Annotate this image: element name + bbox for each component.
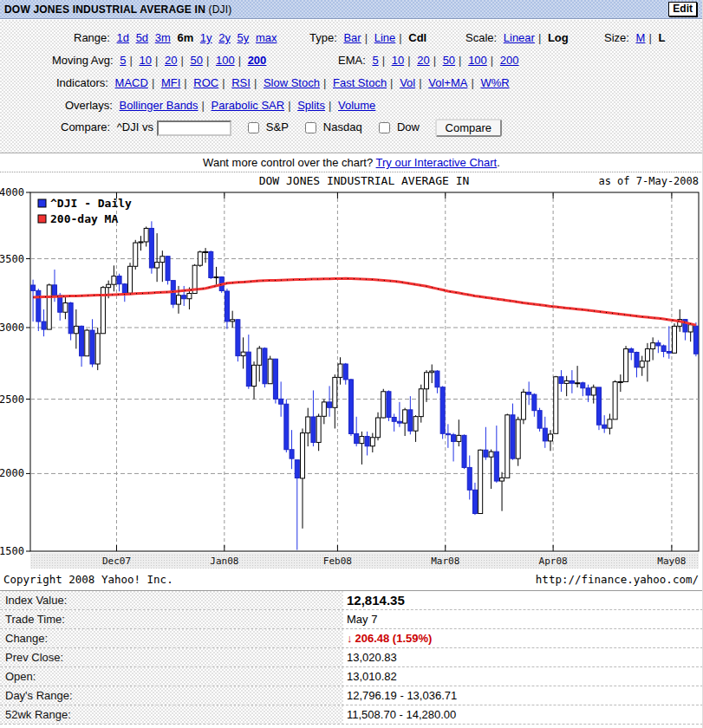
candle-body — [640, 361, 644, 367]
candle-body — [656, 343, 661, 346]
ind-fast-stoch[interactable]: Fast Stoch — [333, 76, 387, 89]
ovl-parabolic-sar[interactable]: Parabolic SAR — [212, 99, 285, 112]
candle-body — [42, 322, 46, 329]
ind-vol[interactable]: Vol — [400, 76, 415, 89]
candle-body — [343, 364, 348, 380]
candle-body — [257, 348, 262, 365]
scale-log-selected[interactable]: Log — [548, 31, 569, 44]
range-5d[interactable]: 5d — [136, 31, 148, 44]
ema-100[interactable]: 100 — [468, 54, 487, 67]
y-tick-label: 14000 — [0, 186, 24, 198]
ma-100[interactable]: 100 — [216, 54, 235, 67]
ma-200-selected[interactable]: 200 — [248, 54, 267, 67]
table-row-prev-close: Prev Close: 13,020.83 — [0, 648, 703, 667]
range-6m-selected[interactable]: 6m — [177, 31, 193, 44]
interactive-chart-link[interactable]: Try our Interactive Chart — [376, 156, 498, 169]
candle-body — [74, 326, 78, 333]
ma-50[interactable]: 50 — [190, 54, 202, 67]
ind-roc[interactable]: ROC — [193, 76, 218, 89]
candle-body — [693, 326, 698, 354]
range-1y[interactable]: 1y — [200, 31, 212, 44]
candle-body — [58, 296, 62, 312]
sp-checkbox[interactable] — [248, 122, 259, 133]
ema-50[interactable]: 50 — [443, 54, 455, 67]
dow-checkbox[interactable] — [379, 122, 390, 133]
row-label: Index Value: — [0, 591, 343, 609]
ema-20[interactable]: 20 — [417, 54, 429, 67]
promo-suffix: . — [497, 156, 500, 169]
ind-macd[interactable]: MACD — [115, 76, 148, 89]
range-2y[interactable]: 2y — [218, 31, 231, 44]
candle-body — [543, 428, 547, 441]
ovl-splits[interactable]: Splits — [297, 99, 325, 112]
ma-20[interactable]: 20 — [165, 54, 177, 67]
candle-body — [263, 348, 267, 384]
candle-body — [408, 410, 413, 431]
ovl-bollinger[interactable]: Bollinger Bands — [120, 99, 199, 112]
nasdaq-checkbox[interactable] — [305, 122, 316, 133]
candle-body — [311, 417, 316, 442]
candle-body — [68, 303, 73, 334]
table-row-52wk-range: 52wk Range: 11,508.70 - 14,280.00 — [0, 705, 703, 725]
candle-body — [688, 325, 693, 332]
days-range-value: 12,796.19 - 13,036.71 — [347, 686, 703, 705]
candle-body — [521, 392, 525, 419]
candle-body — [182, 296, 186, 299]
edit-button[interactable]: Edit — [668, 2, 697, 16]
size-m[interactable]: M — [636, 31, 646, 44]
range-max[interactable]: max — [256, 31, 277, 44]
candle-body — [204, 251, 208, 252]
candle-body — [516, 419, 520, 458]
candle-body — [122, 284, 127, 293]
candle-body — [425, 373, 429, 389]
candle-body — [419, 389, 423, 417]
finance-chart-widget: DOW JONES INDUSTRIAL AVERAGE IN (DJI) Ed… — [0, 0, 703, 728]
y-axis-labels: 140001350013000125001200011500 — [0, 186, 24, 557]
candle-body — [290, 450, 294, 458]
candle-body — [166, 257, 170, 281]
candle-body — [355, 433, 359, 443]
candle-body — [511, 415, 515, 458]
candle-body — [306, 417, 310, 433]
range-1d[interactable]: 1d — [117, 31, 129, 44]
candle-body — [360, 437, 364, 444]
compare-symbol-input[interactable] — [157, 120, 231, 136]
ind-wpr[interactable]: W%R — [480, 76, 509, 89]
ema-5[interactable]: 5 — [372, 54, 378, 67]
ind-rsi[interactable]: RSI — [231, 76, 251, 89]
type-line[interactable]: Line — [374, 31, 396, 44]
candle-body — [209, 251, 213, 277]
candle-body — [295, 460, 299, 478]
range-5y[interactable]: 5y — [238, 31, 250, 44]
type-label: Type: — [309, 31, 337, 44]
candle-body — [63, 303, 68, 313]
compare-button[interactable]: Compare — [435, 119, 502, 137]
ind-mfi[interactable]: MFI — [161, 76, 180, 89]
type-control: Type: Bar Line Cdl — [309, 31, 426, 47]
range-label: Range: — [74, 31, 110, 44]
candle-body — [586, 388, 590, 395]
size-l-selected[interactable]: L — [658, 31, 665, 44]
down-arrow-icon: ↓ — [347, 632, 353, 645]
ma-10[interactable]: 10 — [139, 54, 151, 67]
candle-body — [117, 276, 121, 284]
ema-10[interactable]: 10 — [392, 54, 404, 67]
candle-body — [397, 421, 401, 423]
candle-body — [570, 380, 574, 383]
compare-vs-label: ^DJI vs — [117, 120, 153, 133]
type-cdl-selected[interactable]: Cdl — [408, 31, 426, 44]
ovl-volume[interactable]: Volume — [338, 99, 375, 112]
ind-slow-stoch[interactable]: Slow Stoch — [264, 76, 320, 89]
ind-vol-ma[interactable]: Vol+MA — [428, 76, 467, 89]
row-label: Change: — [0, 629, 343, 647]
moving-avg-label: Moving Avg: — [52, 54, 114, 67]
range-3m[interactable]: 3m — [155, 31, 171, 44]
scale-linear[interactable]: Linear — [504, 31, 535, 44]
type-bar[interactable]: Bar — [343, 31, 361, 44]
table-row-change: Change: ↓206.48 (1.59%) — [0, 629, 703, 648]
chart-title: DOW JONES INDUSTRIAL AVERAGE IN — [259, 174, 470, 187]
y-tick-label: 13000 — [0, 322, 24, 334]
candle-body — [112, 276, 116, 285]
ema-200[interactable]: 200 — [500, 54, 519, 67]
candle-body — [608, 419, 612, 428]
